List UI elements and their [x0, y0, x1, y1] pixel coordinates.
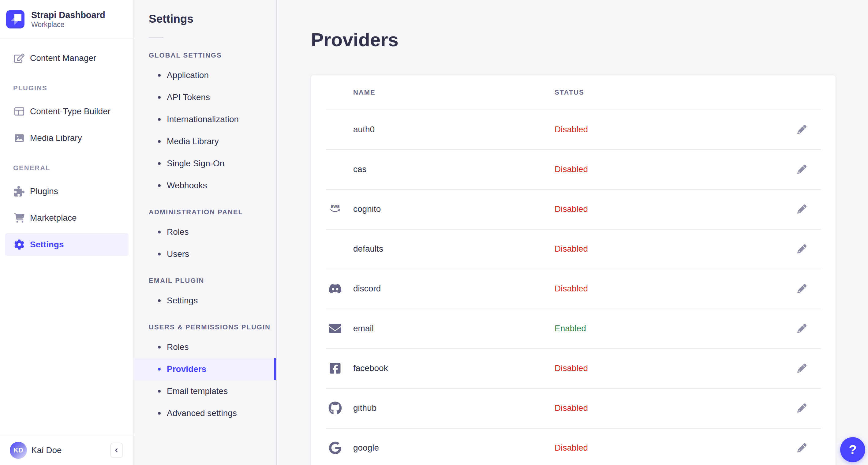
user-name: Kai Doe: [31, 445, 106, 455]
table-row-cognito[interactable]: awscognitoDisabled: [311, 189, 836, 229]
sidebar: Strapi Dashboard Workplace Content Manag…: [0, 0, 134, 465]
subnav-item-label: Roles: [167, 342, 189, 352]
sidebar-nav: Content ManagerPLUGINSContent-Type Build…: [0, 39, 133, 435]
subnav-item-providers[interactable]: Providers: [134, 358, 276, 380]
subnav-item-label: Internationalization: [167, 115, 239, 124]
table-row-cas[interactable]: casDisabled: [311, 149, 836, 189]
cart-icon: [14, 213, 25, 223]
sidebar-item-content-type-builder[interactable]: Content-Type Builder: [5, 100, 128, 123]
subnav-item-label: Roles: [167, 227, 189, 237]
row-divider: [326, 269, 821, 269]
provider-name: email: [353, 323, 374, 333]
bullet-icon: [158, 162, 161, 165]
sidebar-section-label-general: GENERAL: [5, 164, 128, 172]
table-body: auth0DisabledcasDisabledawscognitoDisabl…: [311, 110, 836, 465]
pencil-icon: [797, 125, 806, 134]
provider-name: facebook: [353, 363, 388, 373]
bullet-icon: [158, 231, 161, 234]
subnav-item-settings[interactable]: Settings: [134, 289, 276, 312]
sidebar-item-settings[interactable]: Settings: [5, 233, 128, 256]
github-icon: [328, 401, 342, 415]
row-divider: [326, 428, 821, 429]
discord-icon: [328, 282, 342, 296]
google-icon: [328, 441, 342, 455]
edit-provider-button[interactable]: [795, 401, 809, 415]
subnav-section-label-administration-panel: ADMINISTRATION PANEL: [149, 209, 276, 216]
edit-provider-button[interactable]: [795, 281, 809, 296]
strapi-logo-icon: [6, 10, 25, 28]
bullet-icon: [158, 390, 161, 393]
edit-provider-button[interactable]: [795, 361, 809, 376]
row-divider: [326, 110, 821, 110]
table-row-google[interactable]: googleDisabled: [311, 428, 836, 465]
edit-provider-button[interactable]: [795, 321, 809, 336]
table-header-row: NAME STATUS: [311, 75, 836, 110]
sidebar-item-content-manager[interactable]: Content Manager: [5, 47, 128, 69]
edit-provider-button[interactable]: [795, 162, 809, 177]
workspace-name: Workplace: [31, 20, 105, 29]
puzzle-icon: [14, 186, 25, 196]
bullet-icon: [158, 140, 161, 143]
edit-provider-button[interactable]: [795, 202, 809, 216]
sidebar-item-marketplace[interactable]: Marketplace: [5, 207, 128, 229]
subnav-item-api-tokens[interactable]: API Tokens: [134, 86, 276, 108]
subnav-item-email-templates[interactable]: Email templates: [134, 380, 276, 402]
edit-provider-button[interactable]: [795, 242, 809, 256]
table-row-defaults[interactable]: defaultsDisabled: [311, 229, 836, 269]
sidebar-item-label: Plugins: [30, 186, 58, 196]
sidebar-item-plugins[interactable]: Plugins: [5, 180, 128, 203]
provider-name: defaults: [353, 244, 383, 254]
collapse-sidebar-button[interactable]: [110, 443, 123, 458]
subnav-item-roles[interactable]: Roles: [134, 336, 276, 358]
table-row-github[interactable]: githubDisabled: [311, 388, 836, 428]
bullet-icon: [158, 300, 161, 302]
row-divider: [326, 348, 821, 349]
question-mark-icon: ?: [849, 442, 857, 457]
avatar[interactable]: KD: [10, 442, 27, 459]
edit-provider-button[interactable]: [795, 440, 809, 455]
pencil-icon: [797, 443, 806, 453]
subnav-item-roles[interactable]: Roles: [134, 221, 276, 243]
subnav-item-internationalization[interactable]: Internationalization: [134, 108, 276, 130]
subnav-item-label: Users: [167, 249, 189, 259]
sidebar-item-label: Settings: [30, 240, 64, 249]
subnav-item-application[interactable]: Application: [134, 64, 276, 86]
pencil-icon: [797, 364, 806, 373]
table-row-email[interactable]: emailEnabled: [311, 309, 836, 348]
subnav-item-label: Webhooks: [167, 181, 207, 190]
edit-provider-button[interactable]: [795, 122, 809, 137]
pencil-icon: [797, 324, 806, 333]
row-divider: [326, 309, 821, 309]
facebook-icon: [328, 361, 342, 375]
app-title: Strapi Dashboard: [31, 10, 105, 20]
bullet-icon: [158, 184, 161, 187]
help-button[interactable]: ?: [840, 437, 865, 462]
subnav-divider: [149, 37, 163, 38]
subnav-section-items: RolesUsers: [134, 221, 276, 265]
workspace-header[interactable]: Strapi Dashboard Workplace: [0, 0, 133, 39]
bullet-icon: [158, 346, 161, 349]
subnav-item-label: Providers: [167, 364, 206, 374]
subnav-item-webhooks[interactable]: Webhooks: [134, 175, 276, 196]
provider-name: auth0: [353, 125, 375, 134]
sidebar-item-media-library[interactable]: Media Library: [5, 127, 128, 149]
subnav-item-label: Advanced settings: [167, 408, 237, 418]
pencil-icon: [797, 284, 806, 293]
row-divider: [326, 388, 821, 389]
subnav-section-label-email-plugin: EMAIL PLUGIN: [149, 277, 276, 284]
subnav-item-single-sign-on[interactable]: Single Sign-On: [134, 152, 276, 175]
subnav-item-label: Media Library: [167, 136, 219, 146]
table-row-auth0[interactable]: auth0Disabled: [311, 110, 836, 149]
table-row-facebook[interactable]: facebookDisabled: [311, 348, 836, 388]
subnav-section-label-users-permissions-plugin: USERS & PERMISSIONS PLUGIN: [149, 324, 276, 331]
sidebar-item-label: Marketplace: [30, 213, 77, 223]
pencil-icon: [797, 205, 806, 214]
row-divider: [326, 149, 821, 150]
chevron-left-icon: [114, 446, 120, 454]
table-row-discord[interactable]: discordDisabled: [311, 269, 836, 309]
subnav-item-advanced-settings[interactable]: Advanced settings: [134, 402, 276, 424]
bullet-icon: [158, 118, 161, 121]
subnav-item-label: API Tokens: [167, 92, 210, 102]
subnav-item-media-library[interactable]: Media Library: [134, 130, 276, 152]
subnav-item-users[interactable]: Users: [134, 243, 276, 265]
